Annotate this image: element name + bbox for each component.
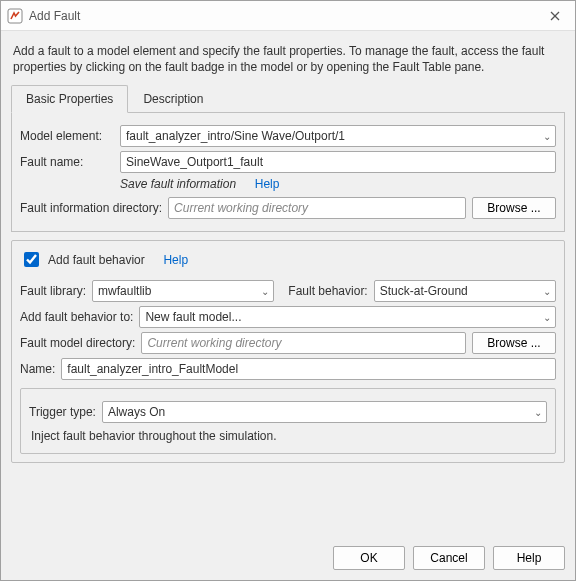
fault-behavior-group: Add fault behavior Help Fault library: m… — [11, 240, 565, 463]
window-title: Add Fault — [29, 9, 535, 23]
fault-model-name-label: Name: — [20, 362, 55, 376]
titlebar: Add Fault — [1, 1, 575, 31]
fault-model-dir-browse-button[interactable]: Browse ... — [472, 332, 556, 354]
fault-behavior-value: Stuck-at-Ground — [380, 284, 468, 298]
fault-library-value: mwfaultlib — [98, 284, 151, 298]
fault-behavior-label: Fault behavior: — [288, 284, 367, 298]
fault-library-select[interactable]: mwfaultlib ⌄ — [92, 280, 274, 302]
fault-model-dir-input[interactable] — [141, 332, 466, 354]
chevron-down-icon: ⌄ — [543, 131, 551, 142]
tab-basic-properties[interactable]: Basic Properties — [11, 85, 128, 113]
fault-model-dir-label: Fault model directory: — [20, 336, 135, 350]
fault-info-dir-browse-button[interactable]: Browse ... — [472, 197, 556, 219]
dialog-footer: OK Cancel Help — [1, 538, 575, 580]
chevron-down-icon: ⌄ — [261, 286, 269, 297]
fault-library-label: Fault library: — [20, 284, 86, 298]
close-icon — [550, 11, 560, 21]
ok-button[interactable]: OK — [333, 546, 405, 570]
trigger-type-label: Trigger type: — [29, 405, 96, 419]
fault-info-dir-input[interactable] — [168, 197, 466, 219]
fault-behavior-select[interactable]: Stuck-at-Ground ⌄ — [374, 280, 556, 302]
basic-properties-panel: Model element: fault_analyzer_intro/Sine… — [11, 113, 565, 232]
close-button[interactable] — [535, 1, 575, 31]
add-behavior-to-select[interactable]: New fault model... ⌄ — [139, 306, 556, 328]
model-element-label: Model element: — [20, 129, 114, 143]
add-fault-behavior-help-link[interactable]: Help — [163, 253, 188, 267]
trigger-type-value: Always On — [108, 405, 165, 419]
trigger-type-select[interactable]: Always On ⌄ — [102, 401, 547, 423]
add-fault-behavior-label: Add fault behavior — [48, 253, 145, 267]
app-icon — [7, 8, 23, 24]
add-fault-dialog: Add Fault Add a fault to a model element… — [0, 0, 576, 581]
model-element-value: fault_analyzer_intro/Sine Wave/Outport/1 — [126, 129, 345, 143]
save-fault-help-link[interactable]: Help — [255, 177, 280, 191]
trigger-description: Inject fault behavior throughout the sim… — [31, 429, 545, 443]
tab-description[interactable]: Description — [128, 85, 218, 113]
fault-info-dir-label: Fault information directory: — [20, 201, 162, 215]
trigger-group: Trigger type: Always On ⌄ Inject fault b… — [20, 388, 556, 454]
tab-bar: Basic Properties Description — [11, 85, 565, 113]
cancel-button[interactable]: Cancel — [413, 546, 485, 570]
chevron-down-icon: ⌄ — [543, 286, 551, 297]
chevron-down-icon: ⌄ — [534, 407, 542, 418]
add-fault-behavior-checkbox[interactable] — [24, 252, 39, 267]
save-fault-note: Save fault information — [120, 177, 236, 191]
add-behavior-to-label: Add fault behavior to: — [20, 310, 133, 324]
help-button[interactable]: Help — [493, 546, 565, 570]
fault-name-input[interactable] — [120, 151, 556, 173]
add-behavior-to-value: New fault model... — [145, 310, 241, 324]
fault-model-name-input[interactable] — [61, 358, 556, 380]
model-element-select[interactable]: fault_analyzer_intro/Sine Wave/Outport/1… — [120, 125, 556, 147]
chevron-down-icon: ⌄ — [543, 312, 551, 323]
fault-name-label: Fault name: — [20, 155, 114, 169]
intro-text: Add a fault to a model element and speci… — [13, 43, 563, 75]
